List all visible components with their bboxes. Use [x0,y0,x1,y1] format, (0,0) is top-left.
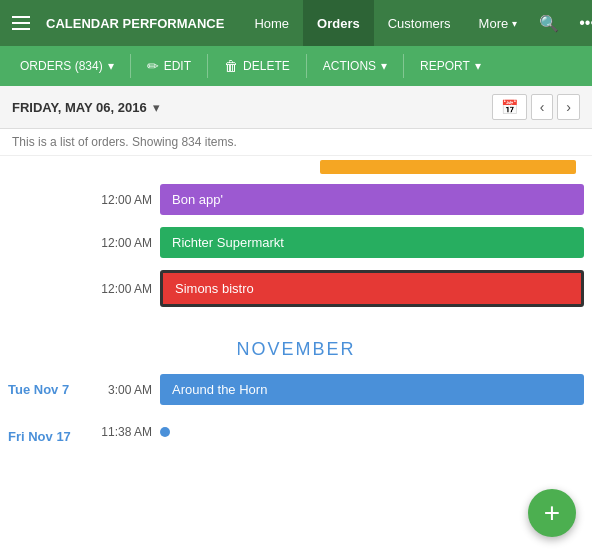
toolbar-separator-2 [207,54,208,78]
toolbar-separator-1 [130,54,131,78]
more-options-button[interactable]: ••• [571,8,592,38]
day-label-tue-nov7: Tue Nov 7 [8,382,88,397]
delete-button[interactable]: 🗑 DELETE [214,53,300,79]
prev-button[interactable]: ‹ [531,94,554,120]
day-label-fri-nov17: Fri Nov 17 [8,421,88,444]
edit-button[interactable]: ✏ EDIT [137,53,201,79]
datebar-nav: 📅 ‹ › [492,94,580,120]
nav-right: 🔍 ••• [531,8,592,39]
calendar-row-richter: 12:00 AM Richter Supermarkt [0,221,592,264]
next-button[interactable]: › [557,94,580,120]
calendar-row-simons: 12:00 AM Simons bistro [0,264,592,313]
hamburger-menu[interactable] [8,12,34,34]
toolbar-separator-3 [306,54,307,78]
calendar-row-bonjapp: 12:00 AM Bon app' [0,178,592,221]
more-dropdown-arrow: ▾ [512,18,517,29]
toolbar: ORDERS (834) ▾ ✏ EDIT 🗑 DELETE ACTIONS ▾… [0,46,592,86]
time-fri-nov17: 11:38 AM [88,425,160,439]
event-simons[interactable]: Simons bistro [160,270,584,307]
orders-label: ORDERS (834) [20,59,103,73]
orders-button[interactable]: ORDERS (834) ▾ [10,54,124,78]
infobar-text: This is a list of orders. Showing 834 it… [12,135,237,149]
nav-link-home[interactable]: Home [240,0,303,46]
orders-dropdown-arrow: ▾ [108,59,114,73]
dot-fri-nov17 [160,427,170,437]
datebar-day: FRIDAY, MAY 06, 2016 [12,100,147,115]
datebar-dropdown-arrow[interactable]: ▾ [153,100,160,115]
ellipsis-icon: ••• [579,14,592,32]
brand-title: CALENDAR PERFORMANCE [46,16,224,31]
search-button[interactable]: 🔍 [531,8,567,39]
edit-icon: ✏ [147,58,159,74]
time-bonjapp: 12:00 AM [88,193,160,207]
spacer-1 [0,313,592,323]
report-button[interactable]: REPORT ▾ [410,54,491,78]
calendar-content: 12:00 AM Bon app' 12:00 AM Richter Super… [0,156,592,549]
nav-links: Home Orders Customers More ▾ [240,0,531,46]
calendar-row-aroundthehorn: Tue Nov 7 3:00 AM Around the Horn [0,368,592,411]
november-header: NOVEMBER [0,323,592,368]
actions-dropdown-arrow: ▾ [381,59,387,73]
calendar-row-fri-nov17: Fri Nov 17 11:38 AM [0,411,592,453]
actions-button[interactable]: ACTIONS ▾ [313,54,397,78]
event-richter[interactable]: Richter Supermarkt [160,227,584,258]
calendar-icon-button[interactable]: 📅 [492,94,527,120]
search-icon: 🔍 [539,14,559,33]
event-aroundthehorn[interactable]: Around the Horn [160,374,584,405]
delete-icon: 🗑 [224,58,238,74]
nav-link-orders[interactable]: Orders [303,0,374,46]
time-aroundthehorn: 3:00 AM [88,383,160,397]
datebar: FRIDAY, MAY 06, 2016 ▾ 📅 ‹ › [0,86,592,129]
navbar: CALENDAR PERFORMANCE Home Orders Custome… [0,0,592,46]
nav-link-more[interactable]: More ▾ [465,0,532,46]
fab-add-button[interactable]: + [528,489,576,537]
datebar-left: FRIDAY, MAY 06, 2016 ▾ [12,100,160,115]
nav-link-customers[interactable]: Customers [374,0,465,46]
report-dropdown-arrow: ▾ [475,59,481,73]
orange-event-bar[interactable] [320,160,576,174]
toolbar-separator-4 [403,54,404,78]
infobar: This is a list of orders. Showing 834 it… [0,129,592,156]
event-bonjapp[interactable]: Bon app' [160,184,584,215]
time-richter: 12:00 AM [88,236,160,250]
time-simons: 12:00 AM [88,282,160,296]
